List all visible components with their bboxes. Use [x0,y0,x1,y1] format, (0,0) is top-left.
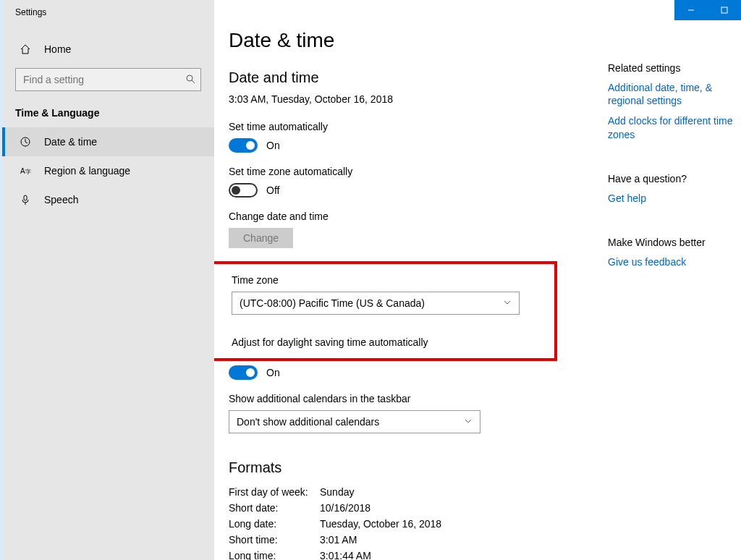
svg-rect-7 [24,195,27,200]
right-panel: Related settings Additional date, time, … [608,62,741,300]
chevron-down-icon [464,416,473,428]
set-tz-auto-toggle[interactable] [229,183,258,198]
format-key: First day of week: [229,486,320,498]
addcal-value: Don't show additional calendars [237,416,379,428]
change-button[interactable]: Change [229,228,293,248]
additional-settings-link[interactable]: Additional date, time, & regional settin… [608,81,741,107]
formats-heading: Formats [229,459,741,476]
search-icon [185,74,195,87]
svg-point-2 [187,75,192,81]
dst-toggle[interactable] [229,365,258,380]
main-content: Date & time Date and time 3:03 AM, Tuesd… [214,0,741,560]
question-heading: Have a question? [608,173,741,184]
format-key: Long time: [229,550,320,560]
format-value: Tuesday, October 16, 2018 [320,518,441,530]
chevron-down-icon [503,297,512,309]
format-value: 3:01 AM [320,534,357,546]
toggle-state: Off [266,184,279,196]
language-icon: A字 [20,165,31,177]
nav-date-time[interactable]: Date & time [2,127,214,156]
dst-label: Adjust for daylight saving time automati… [232,336,547,348]
timezone-label: Time zone [232,274,547,286]
format-value: 10/16/2018 [320,502,370,514]
nav-item-label: Date & time [44,136,97,148]
improve-heading: Make Windows better [608,237,741,248]
additional-calendars-dropdown[interactable]: Don't show additional calendars [229,410,480,433]
svg-text:A: A [20,167,25,175]
format-key: Short time: [229,534,320,546]
set-time-auto-toggle[interactable] [229,138,258,153]
microphone-icon [20,194,31,205]
addcal-label: Show additional calendars in the taskbar [229,393,741,404]
format-key: Long date: [229,518,320,530]
home-icon [20,43,31,55]
format-key: Short date: [229,502,320,514]
window-title: Settings [2,0,214,17]
svg-text:字: 字 [25,169,31,175]
related-settings-heading: Related settings [608,62,741,74]
home-label: Home [44,43,71,55]
get-help-link[interactable]: Get help [608,192,741,205]
feedback-link[interactable]: Give us feedback [608,255,741,268]
nav-item-label: Speech [44,194,78,205]
page-title: Date & time [229,29,741,52]
toggle-state: On [266,140,280,151]
add-clocks-link[interactable]: Add clocks for different time zones [608,114,741,140]
timezone-value: (UTC-08:00) Pacific Time (US & Canada) [240,297,425,309]
home-nav[interactable]: Home [2,35,214,64]
nav-speech[interactable]: Speech [2,185,214,214]
format-value: 3:01:44 AM [320,550,371,560]
search-input[interactable] [15,68,201,91]
svg-line-3 [192,80,195,83]
format-value: Sunday [320,486,354,498]
timezone-highlight: Time zone (UTC-08:00) Pacific Time (US &… [214,261,557,361]
nav-item-label: Region & language [44,165,130,177]
nav-region[interactable]: A字 Region & language [2,156,214,185]
timezone-dropdown[interactable]: (UTC-08:00) Pacific Time (US & Canada) [232,292,520,315]
sidebar: Settings Home Time & Language Date & tim… [2,0,214,560]
section-label: Time & Language [2,91,214,127]
clock-icon [20,136,31,148]
toggle-state: On [266,367,280,378]
